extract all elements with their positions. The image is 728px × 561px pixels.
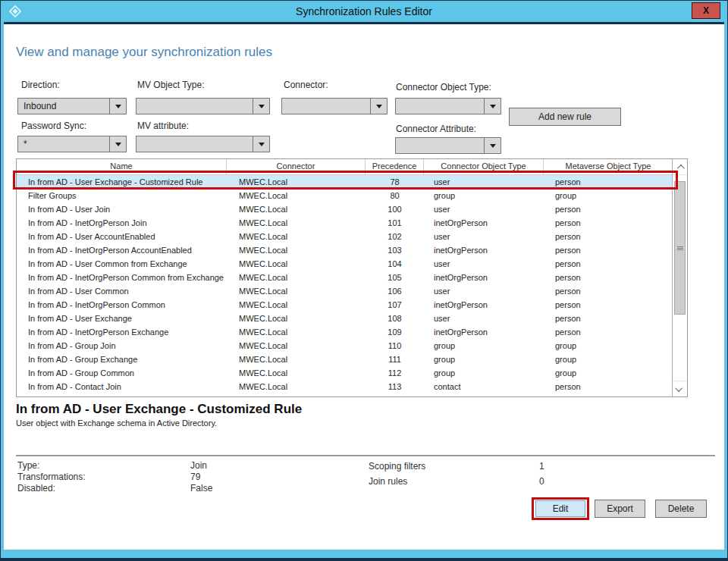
mv-attribute-label: MV attribute: (137, 121, 189, 131)
cell-name: In from AD - InetOrgPerson Join (17, 216, 227, 230)
cell-name: In from AD - Contact Join (17, 380, 227, 393)
table-row[interactable]: In from AD - User Exchange - Customized … (17, 175, 673, 189)
mv-object-type-dropdown[interactable] (136, 98, 270, 114)
connector-object-type-dropdown[interactable] (395, 98, 501, 114)
table-row[interactable]: Filter GroupsMWEC.Local80groupgroup (17, 189, 673, 202)
cell-name: In from AD - Group Join (17, 339, 227, 353)
scroll-down-button[interactable] (673, 381, 687, 396)
column-header-name[interactable]: Name (17, 159, 227, 174)
rules-table: Name Connector Precedence Connector Obje… (16, 158, 688, 397)
page-title: View and manage your synchronization rul… (16, 45, 272, 60)
sync-rules-editor-window: Synchronization Rules Editor X View and … (0, 0, 728, 561)
export-button[interactable]: Export (595, 500, 645, 518)
cell-name: In from AD - InetOrgPerson AccountEnable… (17, 243, 227, 257)
cell-connector-object-type: inetOrgPerson (424, 298, 544, 312)
connector-dropdown[interactable] (281, 98, 388, 114)
cell-metaverse-object-type: person (544, 298, 673, 312)
column-header-precedence[interactable]: Precedence (366, 159, 424, 174)
table-row[interactable]: In from AD - InetOrgPerson AccountEnable… (17, 243, 673, 257)
table-row[interactable]: In from AD - User JoinMWEC.Local100userp… (17, 202, 673, 216)
connector-value (282, 99, 370, 114)
password-sync-dropdown[interactable]: * (17, 136, 127, 152)
mv-attribute-value (136, 136, 253, 152)
edit-button[interactable]: Edit (535, 500, 585, 517)
cell-connector: MWEC.Local (227, 230, 366, 243)
cell-connector: MWEC.Local (227, 393, 366, 396)
table-row[interactable]: In from AD - Group CommonMWEC.Local112gr… (17, 366, 673, 380)
window-title: Synchronization Rules Editor (1, 5, 727, 17)
table-row[interactable]: In from AD - Group JoinMWEC.Local110grou… (17, 339, 673, 353)
table-row[interactable]: In from AD - InetOrgPerson JoinMWEC.Loca… (17, 216, 673, 230)
transformations-value: 79 (190, 472, 200, 482)
table-row[interactable]: In from AD - User AccountEnabledMWEC.Loc… (17, 230, 673, 243)
close-button[interactable]: X (692, 2, 720, 19)
titlebar-divider (1, 22, 727, 24)
cell-metaverse-object-type: group (544, 353, 673, 366)
table-row[interactable]: In from AD - InetOrgPerson Common from E… (17, 271, 673, 284)
cell-precedence: 113 (366, 380, 424, 393)
cell-connector: MWEC.Local (227, 216, 366, 230)
table-row[interactable]: In from AD - Contact CommonMWEC.Local114… (17, 393, 673, 396)
table-row[interactable]: In from AD - Group ExchangeMWEC.Local111… (17, 353, 673, 366)
window-border-right (724, 22, 727, 558)
table-row[interactable]: In from AD - InetOrgPerson ExchangeMWEC.… (17, 325, 673, 339)
cell-precedence: 106 (366, 284, 424, 298)
cell-connector: MWEC.Local (227, 353, 366, 366)
cell-name: In from AD - InetOrgPerson Exchange (17, 325, 227, 339)
column-header-metaverse-object-type[interactable]: Metaverse Object Type (544, 159, 673, 174)
table-row[interactable]: In from AD - Contact JoinMWEC.Local113co… (17, 380, 673, 393)
vertical-scrollbar[interactable] (672, 159, 687, 396)
selected-rule-title: In from AD - User Exchange - Customized … (16, 402, 302, 417)
connector-attribute-dropdown[interactable] (395, 137, 501, 154)
column-header-connector[interactable]: Connector (227, 159, 366, 174)
title-bar: Synchronization Rules Editor (1, 1, 727, 22)
cell-name: In from AD - InetOrgPerson Common (17, 298, 227, 312)
cell-name: In from AD - Group Exchange (17, 353, 227, 366)
cell-name: In from AD - User Join (17, 202, 227, 216)
chevron-down-icon (253, 99, 269, 114)
cell-name: In from AD - User Common (17, 284, 227, 298)
scrollbar-thumb[interactable] (674, 181, 686, 315)
cell-connector-object-type: group (424, 189, 544, 202)
cell-name: In from AD - User Common from Exchange (17, 257, 227, 271)
cell-metaverse-object-type: person (544, 202, 673, 216)
cell-connector-object-type: inetOrgPerson (424, 243, 544, 257)
cell-precedence: 108 (366, 312, 424, 325)
disabled-value: False (190, 483, 212, 494)
mv-attribute-dropdown[interactable] (136, 136, 270, 152)
table-row[interactable]: In from AD - User ExchangeMWEC.Local108u… (17, 312, 673, 325)
cell-precedence: 78 (366, 175, 424, 189)
cell-metaverse-object-type: person (544, 380, 673, 393)
cell-precedence: 109 (366, 325, 424, 339)
column-header-connector-object-type[interactable]: Connector Object Type (424, 159, 544, 174)
disabled-label: Disabled: (17, 483, 55, 494)
cell-name: In from AD - InetOrgPerson Common from E… (17, 271, 227, 284)
cell-name: In from AD - Contact Common (17, 393, 227, 396)
connector-attribute-label: Connector Attribute: (396, 124, 476, 134)
cell-connector-object-type: group (424, 353, 544, 366)
cell-precedence: 101 (366, 216, 424, 230)
cell-name: Filter Groups (17, 189, 227, 202)
cell-metaverse-object-type: person (544, 284, 673, 298)
cell-precedence: 114 (366, 393, 424, 396)
cell-connector: MWEC.Local (227, 243, 366, 257)
details-divider (16, 455, 715, 456)
direction-dropdown[interactable]: Inbound (17, 98, 127, 114)
window-border-bottom (1, 550, 727, 558)
connector-object-type-value (396, 99, 484, 114)
direction-value: Inbound (18, 99, 109, 114)
rules-table-main: Name Connector Precedence Connector Obje… (17, 159, 673, 396)
add-new-rule-button[interactable]: Add new rule (509, 108, 621, 126)
table-row[interactable]: In from AD - User Common from ExchangeMW… (17, 257, 673, 271)
cell-connector: MWEC.Local (227, 257, 366, 271)
delete-button[interactable]: Delete (655, 500, 707, 518)
cell-connector: MWEC.Local (227, 312, 366, 325)
scroll-down-icon (675, 384, 682, 392)
cell-connector-object-type: inetOrgPerson (424, 325, 544, 339)
cell-connector: MWEC.Local (227, 175, 366, 189)
table-row[interactable]: In from AD - User CommonMWEC.Local106use… (17, 284, 673, 298)
cell-connector-object-type: user (424, 230, 544, 243)
cell-connector: MWEC.Local (227, 271, 366, 284)
scroll-up-button[interactable] (673, 159, 687, 175)
table-row[interactable]: In from AD - InetOrgPerson CommonMWEC.Lo… (17, 298, 673, 312)
